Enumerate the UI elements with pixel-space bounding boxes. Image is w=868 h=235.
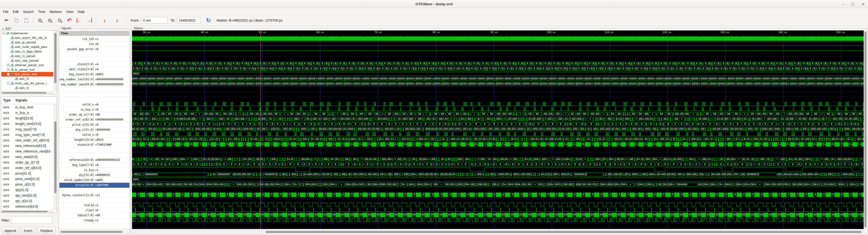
signal-row-msg_type[7:0][interactable]: msg_type[7:0]=A [59, 163, 129, 168]
tree-horizontal-scrollbar[interactable] [1, 91, 54, 94]
signal-row-blank[interactable] [59, 97, 129, 102]
signal-row-blank[interactable] [59, 87, 129, 92]
signal-table-row[interactable]: wireqty_next[31:0] [1, 193, 54, 198]
signal-row-blank[interactable] [59, 52, 129, 57]
signal-row-tready[interactable]: tready=1 [59, 218, 129, 223]
menu-file[interactable]: File [1, 9, 11, 14]
append-button[interactable]: Append [2, 227, 19, 234]
collapse-icon[interactable]: − [3, 32, 5, 35]
tree-vertical-scrollbar[interactable] [54, 30, 57, 91]
tree-item-axis_mold_udp64_pars[interactable]: axis_mold_udp64_pars [1, 44, 53, 49]
reload-icon[interactable]: ↻ [204, 16, 213, 25]
signal-row-next_state[3:0][interactable]: next_state[3:0]=4 [59, 67, 129, 72]
signal-table-row[interactable]: wirenext_state[4:0] [1, 154, 54, 160]
time-header[interactable]: Time [59, 31, 129, 36]
signal-table-row[interactable]: wireqty[31:0] [1, 187, 54, 193]
signal-row-msg_count[15:0][interactable]: msg_count[15:0]=0003 [59, 72, 129, 77]
filter-input[interactable] [11, 216, 52, 224]
signal-table-row[interactable]: wireprice[31:0] [1, 170, 54, 176]
signal-table-row[interactable]: wireprice_next[31:0] [1, 176, 54, 181]
replace-button[interactable]: Replace [37, 227, 56, 234]
signal-table-row[interactable]: wirenew_order_ref_o[63:0] [1, 137, 54, 143]
signal-row-qty_o[31:0][interactable]: qty_o[31:0]=00000000 [59, 127, 129, 132]
menu-view[interactable]: View [64, 9, 75, 14]
tree-item-ethernet_parser_inst[interactable]: +ethernet_parser_inst [1, 63, 53, 67]
collapse-icon[interactable]: − [7, 82, 10, 85]
menu-edit[interactable]: Edit [11, 9, 21, 14]
signal-table-row[interactable]: wireis_buy_o [1, 110, 54, 115]
signal-row-clk_125[interactable]: clk_125=1 [59, 37, 129, 42]
signal-table-row[interactable]: wireis_buy_next [1, 104, 54, 110]
tree-item-axis_udp_parsed[interactable]: axis_udp_parsed [1, 58, 53, 63]
signal-row-price[31:0][interactable]: price[31:0]=2897900 [59, 183, 129, 188]
signal-row-order_ref_o[63:0][interactable]: order_ref_o[63:0]=0000000000000000 [59, 117, 129, 122]
signal-row-bytes_counter[11:0][interactable]: bytes_counter[11:0]=11 [59, 193, 129, 198]
waves-vertical-scrollbar[interactable] [864, 30, 867, 229]
next-edge-icon[interactable]: › [113, 16, 122, 25]
tree-item-axis_in[interactable]: axis_in [1, 76, 53, 81]
signal-row-blank[interactable] [59, 198, 129, 203]
sst-section-header[interactable]: ▼SST [2, 27, 11, 30]
signal-row-is_buy[interactable]: is_buy=1 [59, 168, 129, 173]
signal-row-seq_number_new[63:0][interactable]: seq_number_new[63:0]=0000000000000000 [59, 82, 129, 87]
tree-item-itch_parser_inst[interactable]: −itch_parser_inst [1, 72, 53, 76]
signal-table-row[interactable]: wirelenght[15:0] [1, 115, 54, 121]
tree-item-axis_async_fifo_cdc_in[interactable]: axis_async_fifo_cdc_in [1, 35, 53, 40]
waves-horizontal-scrollbar[interactable] [132, 230, 864, 234]
signal-table-row[interactable]: wirenew_reference[63:0] [1, 143, 54, 148]
tree-item-mold_udp_64_parser_i[interactable]: −mold_udp_64_parser_i [1, 81, 53, 86]
signal-row-seq_number_last[63:0][interactable]: seq_number_last[63:0]=0000000000000000 [59, 77, 129, 82]
signal-table-row[interactable]: wireprice_o[31:0] [1, 181, 54, 187]
signal-table-row[interactable]: wiremsg_type_next[7:0] [1, 132, 54, 137]
expand-icon[interactable]: + [7, 64, 10, 66]
table-horizontal-scrollbar[interactable] [1, 210, 54, 213]
zoom-out-icon[interactable]: − [55, 16, 64, 25]
menu-help[interactable]: Help [75, 9, 87, 14]
signal-row-blank[interactable] [59, 153, 129, 158]
signal-row-price_o[31:0][interactable]: price_o[31:0]=0 [59, 122, 129, 127]
tree-item-axis_rx_parser[interactable]: axis_rx_parser [1, 54, 53, 58]
signal-row-tdata[7:0][interactable]: tdata[7:0]=80 [59, 213, 129, 218]
from-input[interactable] [141, 17, 167, 24]
menu-search[interactable]: Search [21, 9, 36, 14]
signal-table-row[interactable]: wirereference[63:0] [1, 204, 54, 209]
paste-icon[interactable] [22, 16, 31, 25]
signal-row-order_op_o[7:0][interactable]: order_op_o[7:0]=00 [59, 112, 129, 117]
signal-table-row[interactable]: wirenew_reference_next[63 [1, 148, 54, 154]
zoom-fit-icon[interactable]: ✓ [35, 16, 44, 25]
zoom-undo-icon[interactable]: ↶ [65, 16, 74, 25]
signal-row-state[4:0][interactable]: state[4:0]=TIMESTAMP [59, 142, 129, 147]
signal-row-lenght[15:0][interactable]: lenght[15:0]=0024 [59, 137, 129, 142]
signal-table-row[interactable]: wireqty_o[31:0] [1, 198, 54, 204]
signal-row-is_buy_o[interactable]: is_buy_o=0 [59, 107, 129, 112]
signal-row-valid_o[interactable]: valid_o=0 [59, 132, 129, 137]
signal-row-valid_o[interactable]: valid_o=0 [59, 102, 129, 107]
close-button[interactable]: ✕ [862, 2, 865, 6]
tree-item-axis_rx_fpga_fabric[interactable]: axis_rx_fpga_fabric [1, 49, 53, 54]
zoom-to-start-icon[interactable]: ← [75, 16, 84, 25]
zoom-in-icon[interactable]: + [45, 16, 54, 25]
signal-table-row[interactable]: wiremsg_type[7:0] [1, 126, 54, 132]
insert-button[interactable]: Insert [21, 227, 35, 234]
signal-row-rst[interactable]: rst=0 [59, 42, 129, 47]
signal-row-stock_symbol[63:0][interactable]: stock_symbol[63:0]=AAPL [59, 178, 129, 183]
menu-time[interactable]: Time [36, 9, 48, 14]
copy-icon[interactable] [12, 16, 21, 25]
tree-item-trademaxxer[interactable]: −trademaxxer [1, 31, 53, 35]
to-input[interactable] [177, 17, 201, 24]
signal-row-blank[interactable] [59, 57, 129, 62]
cut-icon[interactable]: ✂ [2, 16, 11, 25]
signal-table-row[interactable]: wireorder_op_o[7:0] [1, 160, 54, 165]
signal-table-row[interactable]: wireorder_ref_o[63:0] [1, 165, 54, 170]
signal-row-qty[31:0][interactable]: qty[31:0]=0000001E [59, 173, 129, 178]
signal-row-blank[interactable] [59, 92, 129, 97]
waves-canvas[interactable] [132, 30, 864, 229]
signals-horizontal-scrollbar[interactable] [59, 230, 129, 234]
minimize-button[interactable]: – [842, 2, 844, 6]
zoom-to-end-icon[interactable]: → [85, 16, 94, 25]
signal-row-blank[interactable] [59, 147, 129, 153]
table-vertical-scrollbar[interactable] [54, 104, 57, 210]
prev-edge-icon[interactable]: ‹ [100, 16, 109, 25]
signal-row-tvalid[interactable]: tvalid=1 [59, 203, 129, 208]
tree-item-axis_ip_parsed[interactable]: axis_ip_parsed [1, 40, 53, 44]
